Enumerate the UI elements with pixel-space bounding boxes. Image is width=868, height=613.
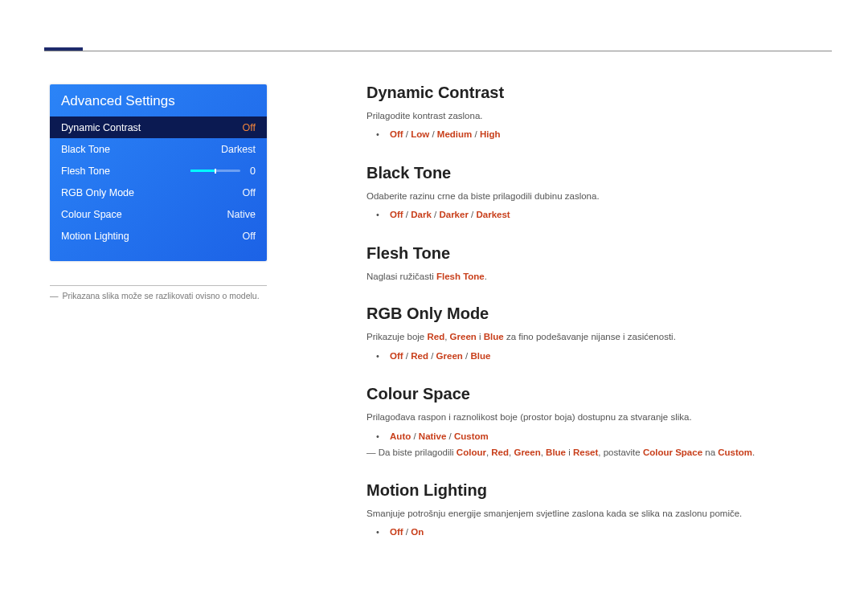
slider-fill xyxy=(190,170,215,172)
menu-item-value: Native xyxy=(227,209,256,220)
menu-item-label: RGB Only Mode xyxy=(61,187,134,198)
menu-item-label: Colour Space xyxy=(61,209,122,220)
advanced-settings-panel: Advanced Settings Dynamic Contrast Off B… xyxy=(50,84,267,261)
menu-item-label: Motion Lighting xyxy=(61,231,129,242)
menu-item-label: Dynamic Contrast xyxy=(61,122,141,133)
menu-item-rgb-only-mode[interactable]: RGB Only Mode Off xyxy=(50,182,267,203)
desc-colour-space: Prilagođava raspon i raznolikost boje (p… xyxy=(366,411,820,424)
menu-item-label: Flesh Tone xyxy=(61,166,110,177)
menu-item-label: Black Tone xyxy=(61,144,110,155)
options-dynamic-contrast: Off / Low / Medium / High xyxy=(376,126,820,143)
colour-space-subnote: ― Da biste prilagodili Colour, Red, Gree… xyxy=(366,446,820,460)
panel-footnote: ―Prikazana slika može se razlikovati ovi… xyxy=(50,291,291,300)
options-colour-space: Auto / Native / Custom xyxy=(376,428,820,445)
footnote-dash-icon: ― xyxy=(50,291,63,300)
heading-colour-space: Colour Space xyxy=(366,382,820,406)
footnote-rule xyxy=(50,285,267,286)
desc-dynamic-contrast: Prilagodite kontrast zaslona. xyxy=(366,109,820,123)
menu-item-colour-space[interactable]: Colour Space Native xyxy=(50,203,267,225)
heading-motion-lighting: Motion Lighting xyxy=(366,478,820,502)
slider-thumb xyxy=(215,169,216,174)
desc-rgb-only-mode: Prikazuje boje Red, Green i Blue za fino… xyxy=(366,330,820,344)
menu-item-dynamic-contrast[interactable]: Dynamic Contrast Off xyxy=(50,116,267,138)
menu-item-value: 0 xyxy=(250,166,256,177)
options-motion-lighting: Off / On xyxy=(376,524,820,541)
menu-item-black-tone[interactable]: Black Tone Darkest xyxy=(50,138,267,160)
menu-item-value: Darkest xyxy=(221,144,256,155)
options-black-tone: Off / Dark / Darker / Darkest xyxy=(376,206,820,223)
menu-item-value: Off xyxy=(243,231,256,242)
menu-item-value: Off xyxy=(243,122,256,133)
heading-dynamic-contrast: Dynamic Contrast xyxy=(366,80,820,104)
desc-flesh-tone: Naglasi ružičasti Flesh Tone. xyxy=(366,270,820,284)
flesh-tone-slider[interactable] xyxy=(190,170,240,172)
footnote-text: Prikazana slika može se razlikovati ovis… xyxy=(63,291,260,300)
options-rgb-only-mode: Off / Red / Green / Blue xyxy=(376,348,820,365)
heading-black-tone: Black Tone xyxy=(366,161,820,185)
menu-item-motion-lighting[interactable]: Motion Lighting Off xyxy=(50,225,267,247)
heading-flesh-tone: Flesh Tone xyxy=(366,241,820,265)
menu-item-flesh-tone[interactable]: Flesh Tone 0 xyxy=(50,160,267,182)
menu-item-value: Off xyxy=(243,187,256,198)
panel-title: Advanced Settings xyxy=(50,84,267,116)
desc-black-tone: Odaberite razinu crne da biste prilagodi… xyxy=(366,190,820,203)
heading-rgb-only-mode: RGB Only Mode xyxy=(366,301,820,325)
content-column: Dynamic Contrast Prilagodite kontrast za… xyxy=(366,80,820,541)
desc-motion-lighting: Smanjuje potrošnju energije smanjenjem s… xyxy=(366,507,820,521)
header-rule xyxy=(44,51,832,51)
